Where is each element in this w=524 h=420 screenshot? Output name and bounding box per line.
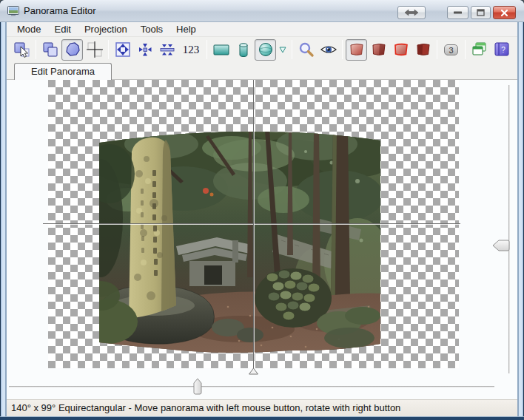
close-icon <box>500 9 508 17</box>
new-window-button[interactable] <box>468 39 490 61</box>
toolbar-separator <box>206 40 207 59</box>
crosshair-horizontal-line <box>43 223 460 224</box>
toolbar-separator <box>437 40 437 59</box>
fit-height-button[interactable] <box>156 39 178 61</box>
projection-equirectangular-button[interactable] <box>255 39 276 61</box>
crosshair-vertical-line <box>253 80 254 368</box>
crosshair-grid-icon <box>86 41 104 58</box>
menu-tools[interactable]: Tools <box>134 23 169 35</box>
maximize-icon <box>477 9 485 16</box>
status-text: 140° x 99° Equirectangular - Move panora… <box>11 402 400 413</box>
polygon-icon <box>64 41 81 58</box>
yaw-slider-thumb[interactable] <box>192 378 203 395</box>
red-quad-icon <box>370 41 388 58</box>
window-frame-left <box>0 22 7 420</box>
display-mode-normal-button[interactable] <box>346 39 367 61</box>
tab-strip: Edit Panorama <box>7 62 517 80</box>
cylinder-projection-icon <box>235 41 252 58</box>
center-panorama-button[interactable] <box>134 39 155 61</box>
photometrics-button[interactable] <box>318 39 339 61</box>
pitch-slider-track[interactable] <box>508 85 510 373</box>
close-button[interactable] <box>493 6 516 19</box>
eye-icon <box>320 41 337 58</box>
center-arrows-icon <box>136 41 154 58</box>
title-bar[interactable]: Panorama Editor <box>0 0 524 22</box>
tab-edit-panorama[interactable]: Edit Panorama <box>14 63 112 80</box>
drag-mode-button[interactable] <box>11 39 33 61</box>
menu-mode[interactable]: Mode <box>10 23 48 35</box>
minimize-icon <box>454 11 462 14</box>
crosshair-bottom-marker <box>248 368 259 375</box>
toolbar: 123 <box>7 37 517 62</box>
menu-projection[interactable]: Projection <box>78 23 134 35</box>
drag-cursor-icon <box>13 41 31 58</box>
rectangle-projection-icon <box>212 41 230 58</box>
purple-book-icon: ? <box>493 41 511 58</box>
toolbar-separator <box>108 40 109 59</box>
menu-help[interactable]: Help <box>169 23 203 35</box>
projection-rectilinear-button[interactable] <box>210 39 232 61</box>
red-quad-icon <box>392 41 410 58</box>
svg-text:?: ? <box>501 46 505 54</box>
fit-height-icon <box>158 41 176 58</box>
window-frame-right <box>517 22 524 420</box>
identify-label: 3 <box>444 44 458 55</box>
yaw-slider-track[interactable] <box>9 386 494 387</box>
panorama-editor-window: Panorama Editor <box>0 0 524 420</box>
minimize-button[interactable] <box>447 6 468 19</box>
menu-bar: Mode Edit Projection Tools Help <box>7 22 517 37</box>
show-all-images-button[interactable] <box>39 39 61 61</box>
show-grid-button[interactable] <box>84 39 105 61</box>
sphere-projection-icon <box>257 41 275 58</box>
show-selected-image-button[interactable] <box>61 39 83 61</box>
red-quad-icon <box>348 41 366 58</box>
numbers-label: 123 <box>183 44 200 56</box>
double-arrow-icon <box>404 9 419 16</box>
toolbar-separator <box>36 40 36 59</box>
window-title: Panorama Editor <box>24 0 96 22</box>
toolbar-separator <box>292 40 292 59</box>
pitch-slider-thumb[interactable] <box>492 240 510 251</box>
status-bar: 140° x 99° Equirectangular - Move panora… <box>7 399 517 416</box>
display-mode-outline-button[interactable] <box>390 39 412 61</box>
fit-panorama-button[interactable] <box>112 39 133 61</box>
projection-dropdown-button[interactable] <box>277 39 289 61</box>
canvas-page[interactable] <box>7 80 517 399</box>
green-windows-icon <box>471 41 488 58</box>
panorama-image[interactable] <box>95 129 383 353</box>
identify-button[interactable]: 3 <box>440 39 462 61</box>
app-icon <box>7 5 19 17</box>
display-mode-shaded-button[interactable] <box>368 39 389 61</box>
zoom-button[interactable] <box>295 39 317 61</box>
toolbar-separator <box>342 40 343 59</box>
dropdown-triangle-icon <box>278 45 287 54</box>
red-quad-icon <box>414 41 432 58</box>
maximize-button[interactable] <box>471 6 491 19</box>
overlapping-squares-icon <box>41 41 59 58</box>
window-controls <box>397 6 516 19</box>
expand-arrows-icon <box>114 41 132 58</box>
numeric-transform-button[interactable]: 123 <box>178 39 204 61</box>
resize-toggle-button[interactable] <box>397 6 426 19</box>
window-frame-bottom <box>0 416 524 420</box>
magnifier-icon <box>298 41 315 58</box>
display-mode-dark-button[interactable] <box>412 39 434 61</box>
menu-edit[interactable]: Edit <box>48 23 78 35</box>
projection-cylindrical-button[interactable] <box>232 39 254 61</box>
toolbar-separator <box>465 40 466 59</box>
help-button[interactable]: ? <box>491 39 512 61</box>
stone-stele <box>129 138 176 319</box>
